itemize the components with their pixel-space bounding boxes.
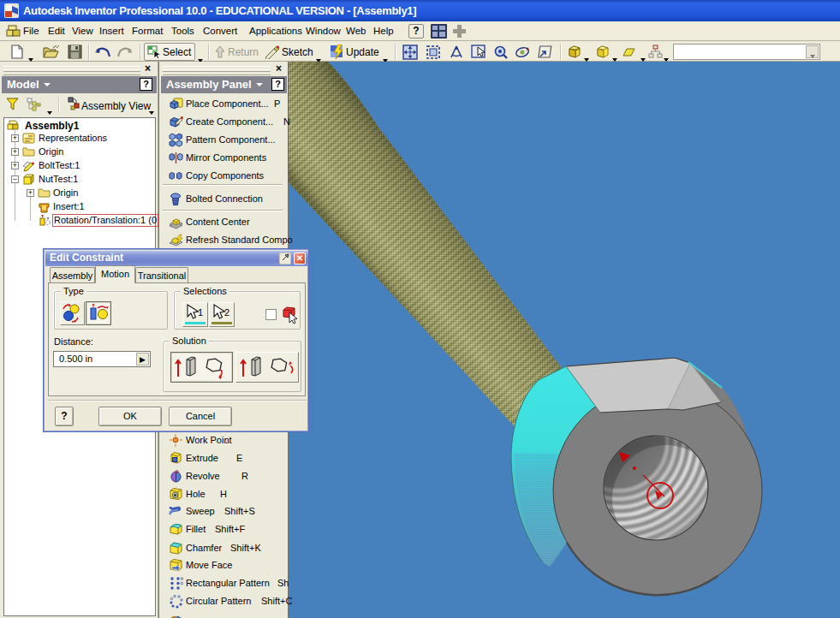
svg-text:1: 1	[198, 307, 203, 318]
svg-text:2: 2	[224, 307, 229, 318]
